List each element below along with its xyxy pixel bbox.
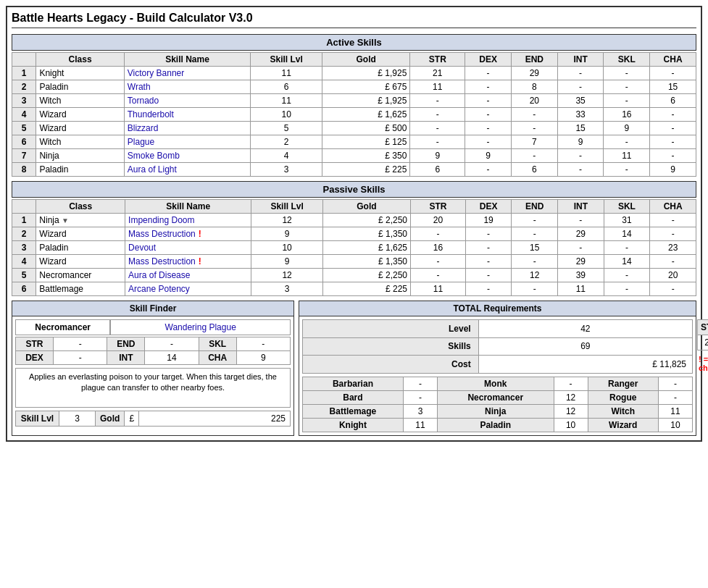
total-str-header: STR <box>698 320 709 335</box>
barbarian-val: - <box>403 377 437 391</box>
necromancer-label: Necromancer <box>438 391 554 405</box>
total-lsc-table: Level 42 Skills 69 Cost £ 11,825 <box>302 319 693 374</box>
ninja-val: 12 <box>554 405 588 419</box>
row-skl: 11 <box>604 149 650 163</box>
skills-val: 69 <box>478 337 692 356</box>
row-skl: - <box>604 163 650 177</box>
row-dex: - <box>465 282 512 296</box>
active-table-row: 4 Wizard Thunderbolt 10 £ 1,625 - - - 33… <box>12 108 696 122</box>
row-class: Battlemage <box>36 282 125 296</box>
row-int: 11 <box>558 282 604 296</box>
col-skilllvl-active: Skill Lvl <box>251 53 322 67</box>
row-lvl: 3 <box>251 163 322 177</box>
row-cha: - <box>650 122 696 135</box>
row-str: 9 <box>410 149 465 163</box>
row-end: 8 <box>511 80 557 94</box>
col-int-passive: INT <box>558 200 604 214</box>
row-skl: - <box>604 67 650 80</box>
total-str-val: 21 <box>698 335 709 350</box>
skill-finder-inner: Necromancer Wandering Plague STR - END -… <box>12 316 293 429</box>
passive-table-row: 2 Wizard Mass Destruction! 9 £ 1,350 - -… <box>12 227 696 241</box>
row-skill: Devout <box>125 241 251 255</box>
row-skill: Mass Destruction! <box>125 227 251 241</box>
row-skill: Aura of Light <box>124 163 251 177</box>
row-skl: - <box>604 282 650 296</box>
finder-int-val: 14 <box>145 351 199 365</box>
row-end: 20 <box>511 94 557 108</box>
col-cha-active: CHA <box>650 53 696 67</box>
finder-end-val: - <box>145 337 199 351</box>
row-skill: Plague <box>124 135 251 149</box>
total-stat-table: STR DEX END INT SKL CHA 21 19 29 <box>697 319 708 350</box>
row-end: - <box>511 122 557 135</box>
row-dex: - <box>465 227 512 241</box>
row-end: - <box>512 255 558 269</box>
passive-table-row: 4 Wizard Mass Destruction! 9 £ 1,350 - -… <box>12 255 696 269</box>
level-label: Level <box>303 320 479 338</box>
row-skill: Smoke Bomb <box>124 149 251 163</box>
finder-cha-label: CHA <box>199 351 236 365</box>
row-gold: £ 1,625 <box>322 108 409 122</box>
finder-cha-val: 9 <box>236 351 290 365</box>
total-requirements-box: TOTAL Requirements Level 42 Skills 69 <box>299 301 696 436</box>
row-num: 8 <box>12 163 36 177</box>
row-cha: 6 <box>650 94 696 108</box>
row-skill: Thunderbolt <box>124 108 251 122</box>
row-str: - <box>410 122 465 135</box>
rogue-val: - <box>658 391 692 405</box>
paladin-label: Paladin <box>438 419 554 432</box>
row-skill: Arcane Potency <box>125 282 251 296</box>
row-class: Witch <box>36 94 124 108</box>
row-skl: - <box>604 135 650 149</box>
row-int: 35 <box>557 94 604 108</box>
row-gold: £ 225 <box>322 163 409 177</box>
battlemage-val: 3 <box>403 405 437 419</box>
row-gold: £ 1,350 <box>322 227 410 241</box>
row-str: 11 <box>411 282 466 296</box>
row-gold: £ 1,925 <box>322 67 409 80</box>
row-class: Paladin <box>36 80 124 94</box>
col-class-passive: Class <box>36 200 125 214</box>
row-gold: £ 2,250 <box>322 214 410 227</box>
row-skill: Mass Destruction! <box>125 255 251 269</box>
row-lvl: 12 <box>251 269 322 282</box>
row-cha: - <box>650 282 696 296</box>
total-req-inner: Level 42 Skills 69 Cost £ 11,825 <box>299 316 696 435</box>
row-str: 6 <box>410 163 465 177</box>
row-dex: - <box>465 67 512 80</box>
row-skl: 14 <box>604 227 650 241</box>
row-num: 3 <box>12 241 36 255</box>
finder-str-val: - <box>54 337 107 351</box>
row-cha: - <box>650 67 696 80</box>
row-skl: 31 <box>604 214 650 227</box>
row-num: 4 <box>12 108 36 122</box>
col-skilllvl-passive: Skill Lvl <box>251 200 322 214</box>
row-lvl: 2 <box>251 135 322 149</box>
row-class: Necromancer <box>36 269 125 282</box>
row-lvl: 5 <box>251 122 322 135</box>
row-lvl: 9 <box>251 227 322 241</box>
passive-skills-table: Class Skill Name Skill Lvl Gold STR DEX … <box>12 199 696 296</box>
row-int: - <box>557 149 604 163</box>
row-int: - <box>557 67 604 80</box>
duplicate-warning: ! = Duplicate skills have been chosen... <box>697 353 708 374</box>
row-lvl: 4 <box>251 149 322 163</box>
skills-label: Skills <box>303 337 479 356</box>
col-end-passive: END <box>512 200 558 214</box>
row-skl: - <box>604 269 650 282</box>
monk-val: - <box>554 377 588 391</box>
finder-dex-val: - <box>54 351 107 365</box>
row-skl: 16 <box>604 108 650 122</box>
row-cha: 23 <box>650 241 696 255</box>
row-class: Paladin <box>36 163 124 177</box>
col-skl-active: SKL <box>604 53 650 67</box>
col-skl-passive: SKL <box>604 200 650 214</box>
skill-finder-header: Skill Finder <box>12 301 293 316</box>
row-skl: - <box>604 80 650 94</box>
row-lvl: 9 <box>251 255 322 269</box>
row-str: 16 <box>411 241 466 255</box>
cost-label: Cost <box>303 356 479 374</box>
ninja-label: Ninja <box>438 405 554 419</box>
skill-finder-box: Skill Finder Necromancer Wandering Plagu… <box>12 301 294 436</box>
active-table-row: 7 Ninja Smoke Bomb 4 £ 350 9 9 - - 11 - <box>12 149 696 163</box>
